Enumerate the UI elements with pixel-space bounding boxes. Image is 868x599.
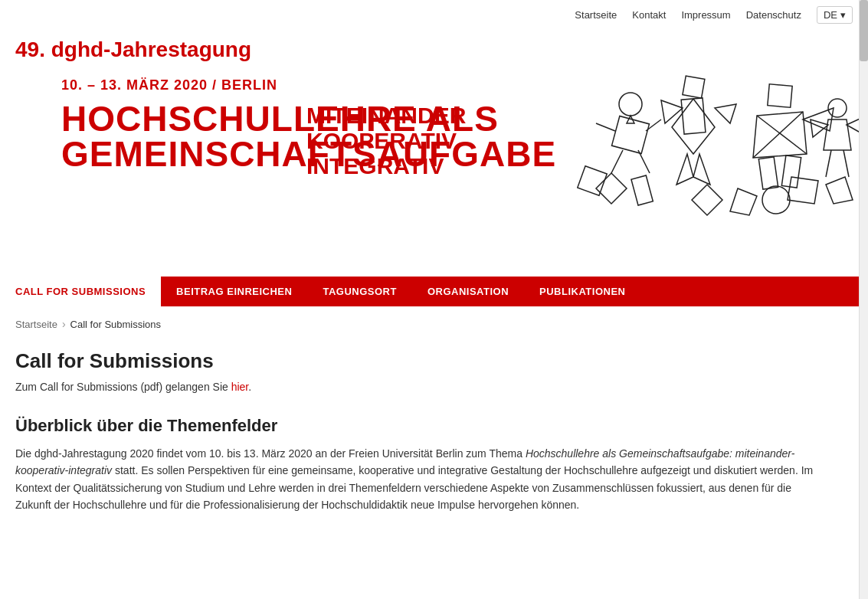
svg-line-5 <box>638 150 650 173</box>
pdf-link-paragraph: Zum Call for Submissions (pdf) gelangen … <box>15 381 827 393</box>
svg-rect-7 <box>683 76 705 98</box>
svg-line-25 <box>826 150 831 177</box>
nav-tagungsort[interactable]: TAGUNGSORT <box>307 277 411 306</box>
svg-rect-8 <box>681 98 706 134</box>
nav-publikationen[interactable]: PUBLIKATIONEN <box>524 277 640 306</box>
pdf-text-after: . <box>248 381 251 393</box>
main-content: Call for Submissions Zum Call for Submis… <box>0 342 843 529</box>
svg-point-32 <box>762 186 790 214</box>
breadcrumb-current: Call for Submissions <box>70 319 162 330</box>
breadcrumb-separator: › <box>62 318 66 330</box>
nav-organisation[interactable]: ORGANISATION <box>412 277 524 306</box>
body-text-before: Die dghd-Jahrestagung 2020 findet vom 10… <box>15 447 526 460</box>
svg-marker-28 <box>596 173 627 204</box>
svg-marker-30 <box>692 185 722 215</box>
svg-marker-12 <box>676 154 693 185</box>
scrollbar-thumb[interactable] <box>860 0 868 61</box>
banner: 10. – 13. MÄRZ 2020 / BERLIN HOCHSCHULLE… <box>0 62 868 277</box>
body-text: Die dghd-Jahrestagung 2020 findet vom 10… <box>15 445 827 514</box>
site-title: 49. dghd-Jahrestagung <box>0 30 868 62</box>
svg-line-2 <box>596 123 615 131</box>
svg-marker-33 <box>788 177 818 204</box>
chevron-down-icon: ▾ <box>840 9 846 21</box>
svg-marker-10 <box>661 100 683 123</box>
page-title: Call for Submissions <box>15 349 827 373</box>
svg-marker-9 <box>672 99 715 154</box>
top-navigation: Startseite Kontakt Impressum Datenschutz… <box>0 0 868 30</box>
svg-line-4 <box>611 150 623 173</box>
breadcrumb: Startseite › Call for Submissions <box>0 306 868 342</box>
lang-label: DE <box>824 9 837 21</box>
svg-rect-27 <box>578 166 607 195</box>
svg-line-3 <box>646 119 661 131</box>
nav-datenschutz[interactable]: Datenschutz <box>746 9 801 21</box>
svg-line-26 <box>843 150 849 177</box>
svg-rect-29 <box>631 175 653 205</box>
section-title-themenfelder: Überblick über die Themenfelder <box>15 416 827 436</box>
nav-kontakt[interactable]: Kontakt <box>632 9 666 21</box>
nav-impressum[interactable]: Impressum <box>681 9 730 21</box>
svg-line-16 <box>757 116 807 154</box>
svg-rect-14 <box>768 84 792 108</box>
svg-point-21 <box>828 99 847 117</box>
svg-point-0 <box>619 93 642 116</box>
svg-rect-1 <box>612 116 650 154</box>
svg-marker-31 <box>730 188 757 215</box>
banner-graphic <box>577 70 868 269</box>
svg-marker-13 <box>693 154 710 185</box>
main-navigation: CALL FOR SUBMISSIONS BEITRAG EINREICHEN … <box>0 277 868 306</box>
svg-marker-34 <box>826 177 853 204</box>
breadcrumb-home[interactable]: Startseite <box>15 319 57 330</box>
svg-rect-19 <box>758 157 778 189</box>
nav-startseite[interactable]: Startseite <box>575 9 617 21</box>
language-selector[interactable]: DE ▾ <box>817 6 853 24</box>
svg-rect-20 <box>781 155 801 188</box>
body-text-after: statt. Es sollen Perspektiven für eine g… <box>15 464 813 511</box>
nav-call-for-submissions[interactable]: CALL FOR SUBMISSIONS <box>0 277 161 306</box>
pdf-text-before: Zum Call for Submissions (pdf) gelangen … <box>15 381 231 393</box>
svg-marker-11 <box>715 104 736 123</box>
scrollbar[interactable] <box>859 0 868 529</box>
pdf-link[interactable]: hier <box>231 381 249 393</box>
nav-beitrag-einreichen[interactable]: BEITRAG EINREICHEN <box>161 277 307 306</box>
